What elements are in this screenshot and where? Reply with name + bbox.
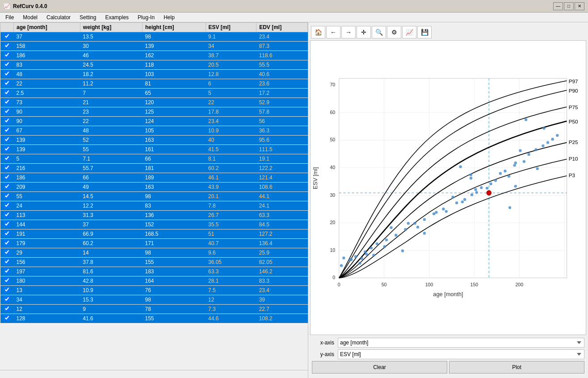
table-cell: 161 <box>142 145 206 154</box>
table-row[interactable]: 18042.816428.183.3 <box>0 276 308 286</box>
x-axis-select[interactable]: age [month] weight [kg] height [cm] <box>338 338 584 348</box>
clear-button[interactable]: Clear <box>312 361 447 374</box>
menu-item-examples[interactable]: Examples <box>101 13 132 21</box>
save-button[interactable]: 💾 <box>417 26 432 38</box>
close-button[interactable]: ✕ <box>575 2 584 10</box>
row-checkbox[interactable] <box>4 277 10 283</box>
svg-point-72 <box>542 144 544 147</box>
row-checkbox[interactable] <box>4 259 10 264</box>
table-row[interactable]: 19166.9168.551127.2 <box>0 229 308 239</box>
forward-button[interactable]: → <box>341 26 356 38</box>
row-checkbox[interactable] <box>4 155 10 161</box>
row-checkbox[interactable] <box>4 80 10 86</box>
table-row[interactable]: 15637.815536.0582.05 <box>0 258 308 267</box>
row-checkbox[interactable] <box>4 296 10 302</box>
table-row[interactable]: 8324.511820.555.5 <box>0 60 308 70</box>
table-row[interactable]: 3415.3981239 <box>0 295 308 305</box>
table-row[interactable]: 1310.9767.523.4 <box>0 286 308 295</box>
table-row[interactable]: 139521634095.6 <box>0 136 308 145</box>
table-row[interactable]: 19781.618363.3146.2 <box>0 267 308 276</box>
menu-item-help[interactable]: Help <box>160 13 178 21</box>
table-row[interactable]: 5514.59820.144.1 <box>0 192 308 201</box>
settings-button[interactable]: ⚙ <box>387 26 401 38</box>
row-checkbox[interactable] <box>4 71 10 76</box>
svg-point-59 <box>385 238 388 241</box>
row-checkbox[interactable] <box>4 183 10 189</box>
table-row[interactable]: 902312517.857.8 <box>0 107 308 117</box>
curve-button[interactable]: 📈 <box>402 26 416 38</box>
y-axis-select[interactable]: ESV [ml] EDV [ml] <box>338 349 584 359</box>
row-checkbox[interactable] <box>4 99 10 105</box>
svg-point-27 <box>470 177 472 179</box>
row-checkbox[interactable] <box>4 61 10 67</box>
menu-item-file[interactable]: File <box>2 13 17 21</box>
menu-item-calculator[interactable]: Calculator <box>43 13 74 21</box>
row-checkbox[interactable] <box>4 42 10 48</box>
table-row[interactable]: 2211.281623.6 <box>0 79 308 89</box>
table-row[interactable]: 2914989.625.9 <box>0 248 308 258</box>
table-row[interactable]: 129787.322.7 <box>0 305 308 314</box>
row-checkbox[interactable] <box>4 287 10 293</box>
row-checkbox[interactable] <box>4 193 10 199</box>
table-row[interactable]: 2094916343.9108.6 <box>0 183 308 192</box>
menu-item-model[interactable]: Model <box>19 13 41 21</box>
p97-label: P97 <box>569 78 578 84</box>
table-row[interactable]: 1866618946.1121.4 <box>0 173 308 183</box>
row-checkbox[interactable] <box>4 212 10 217</box>
row-checkbox[interactable] <box>4 89 10 95</box>
table-row[interactable]: 57.1668.119.1 <box>0 154 308 164</box>
minimize-button[interactable]: — <box>553 2 563 10</box>
table-row[interactable]: 674810510.936.3 <box>0 126 308 136</box>
svg-point-66 <box>404 228 407 231</box>
row-checkbox[interactable] <box>4 52 10 58</box>
table-row[interactable]: 21655.718160.2122.2 <box>0 164 308 173</box>
menu-item-plug-in[interactable]: Plug-In <box>134 13 158 21</box>
row-checkbox[interactable] <box>4 118 10 123</box>
row-checkbox[interactable] <box>4 146 10 152</box>
table-row[interactable]: 73211202252.9 <box>0 98 308 107</box>
table-cell: 46 <box>80 51 142 60</box>
row-checkbox[interactable] <box>4 315 10 321</box>
home-button[interactable]: 🏠 <box>311 26 325 38</box>
row-checkbox[interactable] <box>4 221 10 227</box>
table-cell: 95.6 <box>256 136 308 145</box>
horizontal-scrollbar[interactable] <box>0 370 308 378</box>
table-row[interactable]: 158301393487.3 <box>0 42 308 51</box>
table-row[interactable]: 4818.210312.840.6 <box>0 70 308 79</box>
row-checkbox[interactable] <box>4 108 10 114</box>
plot-button[interactable]: Plot <box>449 361 584 374</box>
table-row[interactable]: 12841.615544.6108.2 <box>0 314 308 323</box>
row-checkbox[interactable] <box>4 268 10 274</box>
table-row[interactable]: 3713.5989.123.4 <box>0 32 308 42</box>
y-axis-label: y-axis <box>312 351 334 357</box>
table-row[interactable]: 11331.313626.763.3 <box>0 211 308 220</box>
row-checkbox[interactable] <box>4 33 10 39</box>
table-cell: 14 <box>80 248 142 258</box>
table-row[interactable]: 1395516141.5111.5 <box>0 145 308 154</box>
table-row[interactable]: 2.5765517.2 <box>0 89 308 98</box>
row-checkbox[interactable] <box>4 306 10 311</box>
row-checkbox[interactable] <box>4 174 10 180</box>
table-row[interactable]: 902212423.456 <box>0 117 308 126</box>
table-row[interactable]: 1443715235.584.5 <box>0 220 308 229</box>
move-button[interactable]: ✛ <box>357 26 371 38</box>
col-header-weight: weight [kg] <box>80 23 142 32</box>
table-cell: 9.1 <box>206 32 256 42</box>
row-checkbox[interactable] <box>4 165 10 170</box>
zoom-button[interactable]: 🔍 <box>372 26 386 38</box>
row-checkbox[interactable] <box>4 136 10 142</box>
table-row[interactable]: 17960.217140.7136.4 <box>0 239 308 248</box>
menu-item-setting[interactable]: Setting <box>76 13 100 21</box>
table-row[interactable]: 2412.2837.824.1 <box>0 201 308 211</box>
table-row[interactable]: 1864616238.7118.6 <box>0 51 308 60</box>
row-checkbox[interactable] <box>4 202 10 208</box>
table-scroll[interactable]: age [month] weight [kg] height [cm] ESV … <box>0 22 308 370</box>
svg-point-39 <box>365 253 368 255</box>
row-checkbox[interactable] <box>4 230 10 236</box>
row-checkbox[interactable] <box>4 249 10 255</box>
maximize-button[interactable]: □ <box>564 2 574 10</box>
back-button[interactable]: ← <box>326 26 340 38</box>
row-checkbox[interactable] <box>4 127 10 133</box>
row-checkbox[interactable] <box>4 240 10 246</box>
table-cell: 24.5 <box>80 60 142 70</box>
